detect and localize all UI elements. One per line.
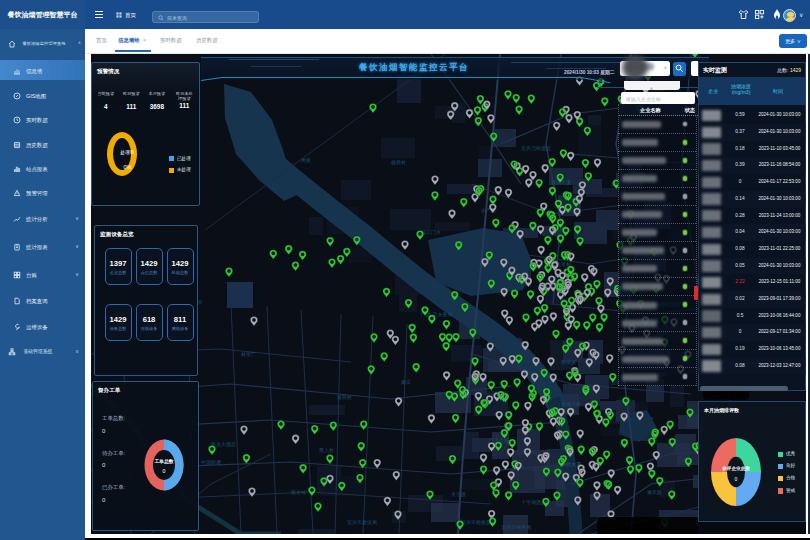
svg-text:0: 0 — [734, 476, 737, 482]
svg-text:杨巷村: 杨巷村 — [390, 159, 406, 166]
svg-text:黑上村: 黑上村 — [319, 447, 334, 454]
svg-text:林家广: 林家广 — [240, 351, 256, 357]
svg-text:紫金城: 紫金城 — [291, 489, 306, 495]
svg-text:宜兴市检验委: 宜兴市检验委 — [461, 519, 491, 525]
svg-text:铁家岸: 铁家岸 — [561, 359, 576, 365]
svg-text:闸里: 闸里 — [301, 157, 311, 164]
svg-text:富联村: 富联村 — [337, 394, 352, 401]
svg-text:0: 0 — [163, 468, 166, 474]
svg-text:宜兴万科酒店: 宜兴万科酒店 — [521, 145, 551, 152]
svg-text:国工门大: 国工门大 — [421, 229, 441, 236]
svg-text:春满天府: 春满天府 — [561, 401, 581, 408]
svg-text:振丰路: 振丰路 — [647, 489, 662, 495]
svg-text:宜兴市城管局: 宜兴市城管局 — [501, 524, 531, 531]
svg-text:工单总数: 工单总数 — [153, 458, 173, 465]
svg-text:秦庄: 秦庄 — [401, 379, 411, 385]
svg-text:中国联通: 中国联通 — [201, 459, 221, 466]
svg-text:关子路: 关子路 — [451, 491, 466, 498]
svg-text:宜兴市建设局: 宜兴市建设局 — [347, 519, 377, 526]
